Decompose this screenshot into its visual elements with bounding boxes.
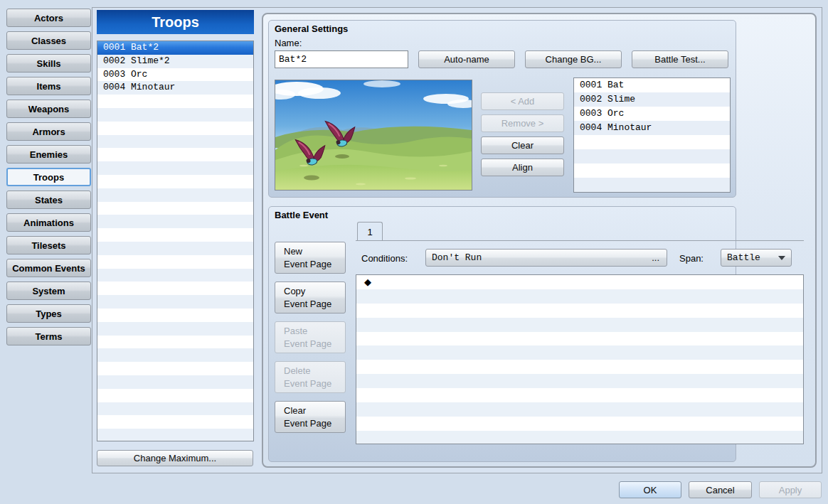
troop-list-item[interactable]: 0001 Bat*2 — [97, 41, 253, 55]
sidebar-tab-skills[interactable]: Skills — [6, 54, 91, 73]
button-label-line2: Event Page — [284, 377, 331, 390]
battle-test-button[interactable]: Battle Test... — [632, 50, 728, 68]
event-command-row[interactable]: ◆ — [356, 275, 803, 289]
sidebar-tab-weapons[interactable]: Weapons — [6, 100, 91, 118]
span-label: Span: — [679, 253, 704, 264]
name-input[interactable] — [275, 50, 408, 68]
enemy-list[interactable]: 0001 Bat 0002 Slime 0003 Orc 0004 Minota… — [573, 77, 731, 193]
sidebar-tab-system[interactable]: System — [6, 282, 91, 300]
span-value: Battle — [727, 252, 760, 263]
sidebar-tab-states[interactable]: States — [6, 191, 91, 209]
change-bg-button[interactable]: Change BG... — [525, 50, 622, 68]
auto-name-button[interactable]: Auto-name — [418, 50, 515, 68]
button-label-line1: Delete — [284, 365, 311, 377]
conditions-field[interactable]: Don't Run ... — [425, 249, 667, 267]
button-label-line2: Event Page — [284, 417, 331, 430]
sidebar-tab-actors[interactable]: Actors — [6, 9, 91, 27]
database-dialog: Actors Classes Skills Items Weapons Armo… — [0, 0, 828, 504]
event-page-tab-1[interactable]: 1 — [357, 222, 383, 241]
troop-list[interactable]: 0001 Bat*2 0002 Slime*2 0003 Orc 0004 Mi… — [97, 41, 254, 441]
sidebar-tab-classes[interactable]: Classes — [6, 31, 91, 50]
event-command-list[interactable]: ◆ — [356, 274, 804, 444]
apply-button: Apply — [759, 481, 822, 498]
button-label-line2: Event Page — [284, 258, 331, 271]
ok-button[interactable]: OK — [619, 481, 681, 498]
general-settings-title: General Settings — [275, 23, 348, 34]
paste-event-page-button: Paste Event Page — [275, 321, 346, 353]
cancel-button[interactable]: Cancel — [689, 481, 752, 498]
battle-background — [275, 80, 472, 190]
conditions-label: Conditions: — [361, 253, 408, 264]
sidebar-tab-animations[interactable]: Animations — [6, 213, 91, 232]
ellipsis-icon: ... — [652, 252, 659, 263]
remove-member-button: Remove > — [481, 114, 564, 132]
button-label-line1: Clear — [284, 404, 306, 417]
battle-event-title: Battle Event — [275, 210, 328, 220]
sidebar-tab-tilesets[interactable]: Tilesets — [6, 236, 91, 254]
sidebar-tab-enemies[interactable]: Enemies — [6, 145, 91, 163]
align-members-button[interactable]: Align — [481, 159, 564, 176]
enemy-list-item[interactable]: 0003 Orc — [574, 107, 730, 121]
sidebar-tab-armors[interactable]: Armors — [6, 122, 91, 141]
delete-event-page-button: Delete Event Page — [275, 361, 346, 393]
sidebar-tab-terms[interactable]: Terms — [6, 327, 91, 345]
troop-list-item[interactable]: 0004 Minotaur — [97, 81, 253, 95]
tab-pane-border — [356, 240, 804, 241]
sidebar-tab-items[interactable]: Items — [6, 77, 91, 95]
conditions-value: Don't Run — [432, 252, 482, 263]
troop-list-item[interactable]: 0003 Orc — [97, 68, 253, 82]
troop-list-item[interactable]: 0002 Slime*2 — [97, 55, 253, 68]
button-label-line1: Paste — [284, 325, 307, 338]
enemy-list-item[interactable]: 0001 Bat — [574, 78, 730, 92]
add-member-button: < Add — [481, 92, 564, 110]
name-label: Name: — [275, 38, 302, 48]
enemy-list-item[interactable]: 0002 Slime — [574, 92, 730, 107]
battle-preview[interactable] — [275, 80, 472, 191]
clear-event-page-button[interactable]: Clear Event Page — [275, 401, 346, 433]
button-label-line2: Event Page — [284, 298, 331, 311]
button-label-line1: Copy — [284, 285, 305, 298]
clear-members-button[interactable]: Clear — [481, 136, 564, 154]
sidebar-tab-common-events[interactable]: Common Events — [6, 259, 91, 277]
button-label-line2: Event Page — [284, 338, 331, 350]
span-select[interactable]: Battle — [721, 249, 792, 267]
new-event-page-button[interactable]: New Event Page — [275, 242, 346, 274]
sidebar-tab-troops[interactable]: Troops — [6, 168, 91, 186]
button-label-line1: New — [284, 245, 302, 258]
sidebar-tab-types[interactable]: Types — [6, 304, 91, 323]
copy-event-page-button[interactable]: Copy Event Page — [275, 282, 346, 313]
troops-panel-title: Troops — [97, 10, 254, 34]
event-command-marker: ◆ — [364, 277, 371, 287]
dropdown-arrow-icon — [778, 256, 785, 260]
enemy-list-item[interactable]: 0004 Minotaur — [574, 121, 730, 135]
change-maximum-button[interactable]: Change Maximum... — [97, 450, 253, 466]
